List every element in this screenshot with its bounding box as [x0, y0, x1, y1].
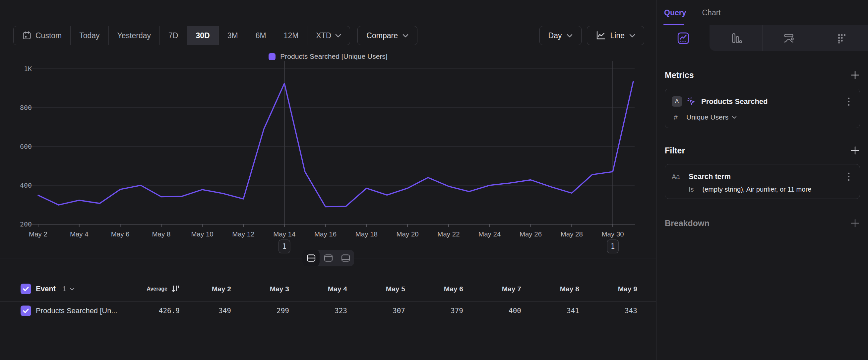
- layout-split-button[interactable]: [302, 250, 320, 266]
- annotation-badge[interactable]: 1: [279, 240, 290, 253]
- aggregation-label: Unique Users: [686, 113, 728, 121]
- table-cell-value: 323: [289, 307, 347, 315]
- svg-text:May 8: May 8: [152, 230, 170, 238]
- filter-property-name: Search term: [689, 172, 731, 181]
- date-column-header[interactable]: May 4: [289, 285, 347, 293]
- string-property-icon: Aa: [672, 173, 684, 181]
- date-column-header[interactable]: May 3: [231, 285, 289, 293]
- plus-icon: [850, 70, 860, 80]
- metric-event-name: Products Searched: [701, 97, 768, 106]
- panel-header: Query Chart: [657, 0, 868, 25]
- filter-value[interactable]: (empty string), Air purifier, or 11 more: [703, 186, 812, 193]
- average-header-label: Average: [147, 286, 167, 292]
- table-cell-value: 343: [579, 307, 637, 315]
- metric-options-kebab-icon[interactable]: [844, 96, 853, 107]
- svg-text:May 2: May 2: [29, 230, 48, 238]
- svg-text:May 28: May 28: [561, 230, 583, 238]
- chevron-down-icon: [732, 116, 737, 119]
- filter-options-kebab-icon[interactable]: [844, 172, 853, 182]
- grid-dots-icon: [836, 32, 848, 45]
- tab-flows-chart[interactable]: [762, 25, 815, 51]
- average-column-header[interactable]: Average: [134, 285, 180, 293]
- filter-operator[interactable]: Is: [689, 186, 694, 193]
- row-event-name: Products Searched [Un...: [36, 307, 117, 315]
- line-chart: 1K800600400200May 2May 4May 6May 8May 10…: [16, 37, 637, 257]
- table-cell-value: 349: [180, 307, 231, 315]
- date-column-header[interactable]: May 5: [347, 285, 405, 293]
- tab-chart[interactable]: Chart: [702, 8, 720, 17]
- chart-area: 1K800600400200May 2May 4May 6May 8May 10…: [16, 37, 637, 258]
- chevron-down-icon: [629, 34, 635, 37]
- table-cell-value: 299: [231, 307, 289, 315]
- aggregation-dropdown[interactable]: Unique Users: [686, 113, 737, 121]
- svg-text:400: 400: [20, 181, 32, 189]
- chevron-down-icon: [70, 287, 74, 290]
- svg-text:600: 600: [20, 142, 32, 150]
- layout-toggle-group: [302, 250, 354, 266]
- date-column-header[interactable]: May 8: [521, 285, 579, 293]
- data-table: Event1 Average May 2May 3May 4May 5May 6…: [0, 277, 656, 320]
- svg-text:May 20: May 20: [397, 230, 419, 238]
- table-cell-value: 341: [521, 307, 579, 315]
- row-checkbox[interactable]: [21, 306, 31, 316]
- filter-title: Filter: [665, 146, 685, 156]
- svg-text:May 6: May 6: [111, 230, 130, 238]
- svg-text:May 10: May 10: [191, 230, 214, 238]
- chevron-down-icon: [335, 34, 341, 37]
- annotation-badge[interactable]: 1: [607, 240, 618, 253]
- filter-section-header: Filter: [665, 145, 860, 156]
- table-cell-value: 307: [347, 307, 405, 315]
- metrics-title: Metrics: [665, 71, 694, 80]
- add-filter-button[interactable]: [850, 145, 860, 156]
- svg-text:May 16: May 16: [314, 230, 337, 238]
- panel-content: Metrics A Products Searched #: [657, 70, 868, 228]
- check-icon: [23, 286, 29, 291]
- metrics-section-header: Metrics: [665, 70, 860, 80]
- filter-card[interactable]: Aa Search term Is (empty string), Air pu…: [665, 164, 860, 199]
- svg-text:May 26: May 26: [520, 230, 542, 238]
- bar-chart-icon: [730, 32, 742, 45]
- inactive-tab-group: [710, 25, 868, 51]
- table-column-divider: [181, 277, 181, 320]
- breakdown-title: Breakdown: [665, 219, 710, 228]
- table-cell-value: 400: [463, 307, 521, 315]
- event-click-icon: [687, 97, 696, 106]
- series-line: [38, 81, 633, 206]
- table-row: Products Searched [Un... 426.9 349299323…: [0, 302, 656, 320]
- chevron-down-icon: [567, 34, 572, 37]
- tab-more-charts[interactable]: [815, 25, 868, 51]
- main-content-area: CustomTodayYesterday7D30D3M6M12MXTD Comp…: [0, 0, 656, 360]
- tab-insights-chart[interactable]: [657, 25, 710, 51]
- layout-table-only-button[interactable]: [337, 250, 354, 266]
- svg-text:May 14: May 14: [273, 230, 296, 238]
- sort-icon: [171, 285, 180, 293]
- flow-icon: [782, 32, 795, 45]
- svg-text:May 18: May 18: [355, 230, 378, 238]
- chevron-down-icon: [403, 34, 408, 37]
- x-axis-labels: May 2May 4May 6May 8May 10May 12May 14Ma…: [29, 224, 624, 238]
- svg-text:800: 800: [20, 104, 32, 112]
- date-column-header[interactable]: May 2: [180, 285, 231, 293]
- layout-chart-only-button[interactable]: [320, 250, 337, 266]
- table-only-icon: [341, 254, 350, 262]
- select-all-checkbox[interactable]: [21, 284, 31, 294]
- tab-funnels-chart[interactable]: [710, 25, 762, 51]
- breakdown-section-header: Breakdown: [665, 218, 860, 228]
- event-dropdown[interactable]: Event1: [36, 285, 134, 293]
- aggregation-type-icon: #: [674, 113, 681, 121]
- add-breakdown-button[interactable]: [850, 218, 860, 228]
- check-icon: [23, 308, 29, 313]
- metric-card[interactable]: A Products Searched # Unique Users: [665, 89, 860, 128]
- table-cell-value: 379: [405, 307, 463, 315]
- query-panel: Query Chart: [657, 0, 868, 360]
- date-column-header[interactable]: May 9: [579, 285, 637, 293]
- y-axis-labels: 1K800600400200: [20, 65, 32, 228]
- add-metric-button[interactable]: [850, 70, 860, 80]
- svg-text:May 24: May 24: [478, 230, 501, 238]
- active-tab-underline: [663, 24, 684, 25]
- tab-query[interactable]: Query: [664, 8, 686, 17]
- table-header-row: Event1 Average May 2May 3May 4May 5May 6…: [0, 277, 656, 302]
- chart-type-tab-strip: [657, 25, 868, 51]
- date-column-header[interactable]: May 7: [463, 285, 521, 293]
- date-column-header[interactable]: May 6: [405, 285, 463, 293]
